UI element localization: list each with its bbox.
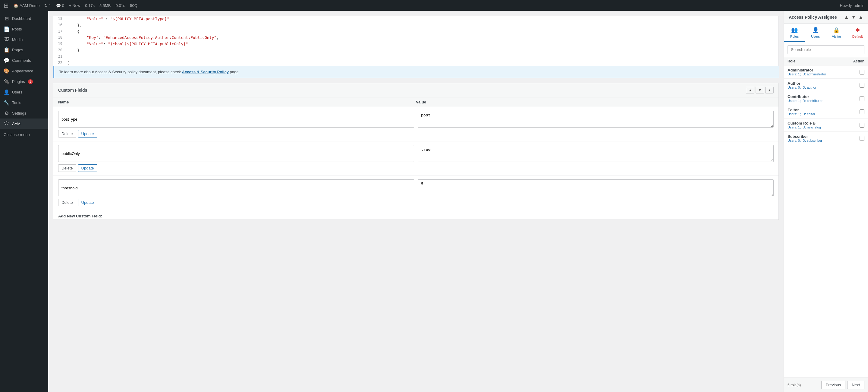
wp-logo-icon: ⊞ [4,2,9,9]
contributor-checkbox[interactable] [860,96,864,101]
sidebar-item-appearance[interactable]: 🎨 Appearance [0,66,48,76]
tab-users-label: Users [811,35,820,38]
add-new-cf-label: Add New Custom Field: [53,210,778,219]
aam-icon: 🛡 [4,121,10,126]
sidebar-item-label: Posts [12,27,22,31]
cf-value-threshold[interactable]: 5 [418,179,774,196]
previous-button[interactable]: Previous [821,381,846,389]
comments-icon: 💬 [56,3,61,8]
tab-users[interactable]: 👤 Users [805,24,826,42]
panel-header: Access Policy Assignee ▲ ▼ ▲ [784,11,868,24]
panel-collapse-down-button[interactable]: ▼ [851,14,856,20]
section-header: Custom Fields ▲ ▼ ▲ [53,83,778,97]
admin-bar: ⊞ 🏠 AAM Demo ↻ 1 💬 0 + New 0.17s 5.5MB 0… [0,0,868,11]
sidebar-item-dashboard[interactable]: ⊞ Dashboard [0,13,48,24]
code-line-22: 22 } [53,60,778,66]
cf-table-header: Name Value [53,97,778,107]
role-row-administrator: Administrator Users: 1; ID: administrato… [784,65,868,79]
sidebar-item-plugins[interactable]: 🔌 Plugins 1 [0,76,48,87]
sidebar-item-label: Plugins [12,79,25,84]
delete-publiconly-button[interactable]: Delete [58,164,76,172]
editor-checkbox[interactable] [860,110,864,114]
default-tab-icon: ✱ [855,27,860,33]
tab-visitor-label: Visitor [832,35,841,38]
panel-collapse-up-button[interactable]: ▲ [844,14,849,20]
sidebar-item-tools[interactable]: 🔧 Tools [0,97,48,108]
update-posttype-button[interactable]: Update [78,130,97,138]
revisions-item[interactable]: ↻ 1 [44,3,51,8]
home-icon: 🏠 [13,3,19,8]
collapse-up-button[interactable]: ▲ [746,87,754,93]
delete-posttype-button[interactable]: Delete [58,130,76,138]
sidebar-item-settings[interactable]: ⚙ Settings [0,108,48,119]
sidebar-item-label: Dashboard [12,16,31,21]
admin-menu: ⊞ Dashboard 📄 Posts 🖼 Media 📋 Pages 💬 Co… [0,11,48,392]
administrator-checkbox[interactable] [860,70,864,74]
role-count: 6 role(s) [787,383,801,387]
delete-threshold-button[interactable]: Delete [58,199,76,206]
code-line-19: 19 "Value": "(*bool)${POLICY_META.public… [53,41,778,47]
roles-tab-icon: 👥 [791,27,798,33]
sidebar-item-users[interactable]: 👤 Users [0,87,48,97]
sidebar-item-label: AAM [12,122,21,126]
tab-default-label: Default [852,35,863,38]
main-content: 15 "Value" : "${POLICY_META.postType}" 1… [48,11,784,392]
cf-name-publiconly[interactable] [58,145,414,162]
cf-name-threshold[interactable] [58,179,414,196]
role-table-header: Role Action [784,57,868,65]
comments-item[interactable]: 💬 0 [56,3,64,8]
code-line-15: 15 "Value" : "${POLICY_META.postType}" [53,16,778,22]
howdy-text[interactable]: Howdy, admin [840,3,864,8]
search-role-input[interactable] [787,45,864,54]
perf-2: 5.5MB [99,3,111,8]
sidebar-item-label: Comments [12,58,31,63]
code-line-18: 18 "Key": "EnhancedAccessPolicy:Author:C… [53,35,778,41]
site-name[interactable]: 🏠 AAM Demo [13,3,39,8]
sidebar-item-media[interactable]: 🖼 Media [0,34,48,44]
panel-close-button[interactable]: ▲ [858,14,863,20]
section-menu-button[interactable]: ▲ [765,87,774,93]
comments-icon: 💬 [4,58,10,63]
plugins-icon: 🔌 [4,79,10,84]
col-name-header: Name [58,100,416,104]
perf-3: 0.01s [116,3,125,8]
tab-visitor[interactable]: 🔒 Visitor [826,24,847,42]
sidebar-item-posts[interactable]: 📄 Posts [0,24,48,34]
section-controls: ▲ ▼ ▲ [746,87,774,93]
sidebar-item-aam[interactable]: 🛡 AAM [0,119,48,129]
cf-value-publiconly[interactable]: true [418,145,774,162]
tab-roles-label: Roles [790,35,799,38]
sidebar-item-pages[interactable]: 📋 Pages [0,44,48,55]
users-icon: 👤 [4,89,10,95]
posts-icon: 📄 [4,26,10,32]
next-button[interactable]: Next [847,381,864,389]
section-title: Custom Fields [58,88,746,93]
tab-default[interactable]: ✱ Default [847,24,868,42]
assignee-tabs: 👥 Roles 👤 Users 🔒 Visitor ✱ Default [784,24,868,42]
sidebar-item-label: Appearance [12,69,33,73]
sidebar-item-label: Settings [12,111,26,116]
cf-row-publiconly: true Delete Update [53,142,778,176]
notice-link[interactable]: Access & Security Policy [182,70,229,74]
subscriber-checkbox[interactable] [860,136,864,141]
sidebar-item-comments[interactable]: 💬 Comments [0,55,48,66]
panel-title: Access Policy Assignee [789,15,841,20]
dashboard-icon: ⊞ [4,16,10,22]
revisions-icon: ↻ [44,3,48,8]
author-checkbox[interactable] [860,83,864,88]
role-row-custom-role-b: Custom Role B Users: 1; ID: new_slug [784,119,868,132]
cf-row-threshold: 5 Delete Update [53,176,778,210]
update-publiconly-button[interactable]: Update [78,164,97,172]
custom-role-b-checkbox[interactable] [860,123,864,127]
new-content-button[interactable]: + New [69,3,80,8]
sidebar-item-label: Users [12,90,22,94]
update-threshold-button[interactable]: Update [78,199,97,206]
collapse-menu-button[interactable]: Collapse menu [0,129,48,141]
tab-roles[interactable]: 👥 Roles [784,24,805,42]
collapse-down-button[interactable]: ▼ [755,87,764,93]
cf-value-posttype[interactable]: post [418,111,774,127]
media-icon: 🖼 [4,37,10,42]
cf-name-posttype[interactable] [58,111,414,127]
role-row-editor: Editor Users: 1; ID: editor [784,105,868,119]
settings-icon: ⚙ [4,110,10,116]
